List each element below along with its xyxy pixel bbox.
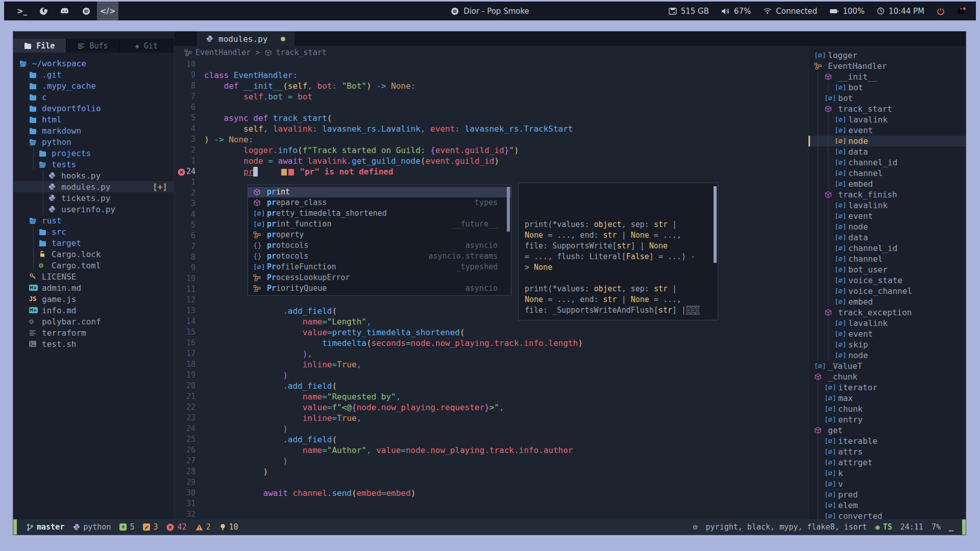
symbol-item-skip[interactable]: [⌀]skip — [808, 339, 966, 350]
code-line[interactable]: 1 node = await lavalink.get_guild_node(e… — [174, 156, 808, 166]
git-added[interactable]: + 5 — [119, 522, 134, 532]
code-line[interactable]: 4 self, lavalink: lavasnek_rs.Lavalink, … — [174, 123, 808, 134]
breadcrumb-item-track_start[interactable]: track_start — [264, 48, 326, 57]
tree-item-c[interactable]: c — [13, 91, 174, 103]
terminal-icon[interactable]: >_ — [11, 2, 33, 20]
tree-item-test.sh[interactable]: test.sh — [13, 338, 174, 349]
diagnostic-hints[interactable]: 10 — [219, 522, 238, 532]
code-line[interactable]: 2 logger.info(f"Track started on Guild: … — [174, 145, 808, 156]
tree-item-Cargo.toml[interactable]: ⚙Cargo.toml — [13, 260, 174, 271]
symbol-item-embed[interactable]: [⌀]embed — [808, 296, 966, 307]
symbol-item-max[interactable]: [⌀]max — [808, 393, 966, 404]
tree-item--workspace[interactable]: ~/workspace — [13, 58, 174, 69]
tree-item-game.js[interactable]: JSgame.js — [13, 293, 174, 305]
tree-item-target[interactable]: target — [13, 237, 174, 248]
symbol-item-iterable[interactable]: [⌀]iterable — [808, 436, 966, 446]
symbol-item-EventHandler[interactable]: EventHandler — [808, 61, 966, 71]
code-line[interactable]: 8 def __init__(self, bot: "Bot") -> None… — [174, 81, 808, 91]
code-line[interactable]: 32 — [174, 509, 808, 519]
symbol-item-bot_user[interactable]: [⌀]bot_user — [808, 264, 966, 275]
code-line[interactable]: 17 ), — [174, 348, 808, 359]
completion-item-PriorityQueue[interactable]: PriorityQueueasyncio — [248, 283, 511, 294]
power-button[interactable] — [937, 7, 945, 15]
symbol-item-pred[interactable]: [⌀]pred — [808, 489, 966, 500]
completion-item-ProcessLookupError[interactable]: ProcessLookupError — [248, 272, 511, 283]
explorer-tab-git[interactable]: ◈Git — [120, 39, 174, 53]
discord-icon[interactable] — [54, 2, 76, 20]
symbol-item-data[interactable]: [⌀]data — [808, 232, 966, 243]
cursor-line[interactable]: 24 pr"pr" is not defined — [174, 166, 808, 177]
diagnostic-warnings[interactable]: 2 — [195, 522, 211, 532]
spotify-icon[interactable] — [76, 2, 97, 20]
code-line[interactable]: 3) -> None: — [174, 134, 808, 145]
symbol-item-logger[interactable]: [⌀]logger — [808, 50, 966, 61]
symbol-item-track_start[interactable]: track_start — [808, 104, 966, 114]
tree-item-markdown[interactable]: markdown — [13, 125, 174, 136]
symbol-item-track_finish[interactable]: track_finish — [808, 189, 966, 200]
completion-item-prepare_class[interactable]: prepare_classtypes — [248, 197, 511, 208]
symbol-item-get[interactable]: get — [808, 425, 966, 436]
code-line[interactable]: 28 ) — [174, 466, 808, 477]
tree-item-python[interactable]: python — [13, 136, 174, 147]
symbol-item-voice_state[interactable]: [⌀]voice_state — [808, 275, 966, 286]
tree-item-admin.md[interactable]: admin.md — [13, 282, 174, 293]
symbol-item-_ValueT[interactable]: [⌀]_ValueT — [808, 361, 966, 371]
symbol-item-node[interactable]: [⌀]node — [808, 136, 966, 146]
code-line[interactable]: 9class EventHandler: — [174, 70, 808, 81]
code-line[interactable]: 22 value=f"<@{node.now_playing.requester… — [174, 402, 808, 413]
code-line[interactable]: 23 inline=True, — [174, 413, 808, 423]
symbol-item-lavalink[interactable]: [⌀]lavalink — [808, 114, 966, 125]
tree-item-polybar.conf[interactable]: ⚙polybar.conf — [13, 316, 174, 327]
code-line[interactable]: 5 async def track_start( — [174, 113, 808, 123]
tree-item-html[interactable]: html — [13, 114, 174, 125]
tree-item-rust[interactable]: rust — [13, 215, 174, 226]
symbol-item-event[interactable]: [⌀]event — [808, 211, 966, 221]
symbol-item-event[interactable]: [⌀]event — [808, 329, 966, 339]
notification-tray[interactable] — [957, 7, 966, 15]
symbol-item-attrs[interactable]: [⌀]attrs — [808, 446, 966, 457]
code-line[interactable]: 27 ) — [174, 456, 808, 466]
tree-item-Cargo.lock[interactable]: Cargo.lock — [13, 248, 174, 260]
code-line[interactable]: 30 await channel.send(embed=embed) — [174, 488, 808, 498]
symbol-item-bot[interactable]: [⌀]bot — [808, 82, 966, 93]
symbol-item-embed[interactable]: [⌀]embed — [808, 179, 966, 189]
completion-item-print[interactable]: print — [248, 187, 511, 197]
tree-item-hooks.py[interactable]: hooks.py — [13, 170, 174, 181]
code-line[interactable]: 21 name="Requested by", — [174, 391, 808, 402]
symbol-item-_chunk[interactable]: _chunk — [808, 371, 966, 382]
code-line[interactable]: 26 name="Author", value=node.now_playing… — [174, 445, 808, 456]
symbol-item-__init__[interactable]: __init__ — [808, 71, 966, 82]
tree-item-tests[interactable]: tests — [13, 159, 174, 170]
popup-scrollbar[interactable] — [507, 187, 510, 232]
symbol-item-data[interactable]: [⌀]data — [808, 146, 966, 157]
completion-item-pretty_timedelta_shortened[interactable]: [⌀]pretty_timedelta_shortened — [248, 208, 511, 219]
tree-item-devportfolio[interactable]: devportfolio — [13, 103, 174, 114]
symbol-item-voice_channel[interactable]: [⌀]voice_channel — [808, 286, 966, 296]
completion-item-ProfileFunction[interactable]: [⌀]ProfileFunction_typeshed — [248, 262, 511, 272]
breadcrumb-item-EventHandler[interactable]: EventHandler — [184, 48, 251, 57]
tab-modules-py[interactable]: modules.py — [197, 32, 295, 46]
code-line[interactable]: 6 — [174, 102, 808, 113]
symbol-item-node[interactable]: [⌀]node — [808, 350, 966, 361]
completion-item-protocols[interactable]: {}protocolsasyncio.streams — [248, 251, 511, 262]
tree-item-projects[interactable]: projects — [13, 147, 174, 159]
symbol-item-attrget[interactable]: [⌀]attrget — [808, 457, 966, 468]
code-line[interactable]: 31 — [174, 498, 808, 509]
tree-item-src[interactable]: src — [13, 226, 174, 237]
symbol-item-iterator[interactable]: [⌀]iterator — [808, 382, 966, 393]
code-line[interactable]: 24 ) — [174, 423, 808, 434]
diagnostic-errors[interactable]: 42 — [166, 522, 186, 532]
code-icon[interactable]: </> — [97, 2, 118, 20]
completion-item-property[interactable]: property — [248, 230, 511, 240]
symbol-item-elem[interactable]: [⌀]elem — [808, 500, 966, 511]
symbol-item-lavalink[interactable]: [⌀]lavalink — [808, 200, 966, 211]
code-line[interactable]: 19 ) — [174, 370, 808, 381]
symbol-item-channel_id[interactable]: [⌀]channel_id — [808, 243, 966, 254]
code-line[interactable]: 18 inline=True, — [174, 359, 808, 370]
tree-item-.mypy-cache[interactable]: .mypy_cache — [13, 80, 174, 91]
symbol-item-node[interactable]: [⌀]node — [808, 221, 966, 232]
explorer-tab-file[interactable]: File — [13, 39, 67, 53]
symbol-item-lavalink[interactable]: [⌀]lavalink — [808, 318, 966, 329]
code-line[interactable]: 15 value=pretty_timedelta_shortened( — [174, 327, 808, 338]
tree-item-.git[interactable]: .git — [13, 69, 174, 80]
